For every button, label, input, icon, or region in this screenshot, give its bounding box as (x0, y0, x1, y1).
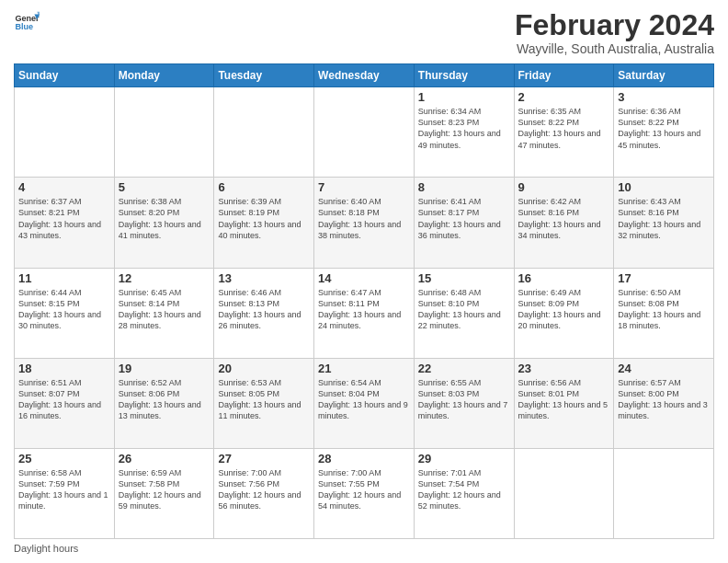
calendar-cell: 17Sunrise: 6:50 AM Sunset: 8:08 PM Dayli… (614, 268, 714, 358)
cell-info: Sunrise: 6:43 AM Sunset: 8:16 PM Dayligh… (618, 196, 710, 241)
cell-info: Sunrise: 6:40 AM Sunset: 8:18 PM Dayligh… (318, 196, 410, 241)
calendar-cell: 18Sunrise: 6:51 AM Sunset: 8:07 PM Dayli… (15, 358, 115, 448)
calendar-cell (314, 87, 415, 178)
cell-day-number: 3 (618, 90, 710, 104)
calendar-cell: 8Sunrise: 6:41 AM Sunset: 8:17 PM Daylig… (414, 178, 514, 268)
column-header-tuesday: Tuesday (214, 64, 314, 87)
calendar-cell (214, 87, 314, 178)
page-title: February 2024 (515, 9, 714, 41)
svg-text:Blue: Blue (15, 22, 33, 31)
calendar-cell: 23Sunrise: 6:56 AM Sunset: 8:01 PM Dayli… (514, 358, 614, 448)
cell-day-number: 27 (218, 452, 310, 465)
column-header-friday: Friday (514, 64, 614, 87)
calendar-cell (614, 448, 714, 538)
cell-day-number: 18 (18, 362, 110, 375)
cell-info: Sunrise: 6:34 AM Sunset: 8:23 PM Dayligh… (418, 106, 510, 151)
cell-day-number: 9 (518, 180, 610, 194)
calendar-cell: 13Sunrise: 6:46 AM Sunset: 8:13 PM Dayli… (214, 268, 314, 358)
calendar-cell (514, 448, 614, 538)
week-row-3: 11Sunrise: 6:44 AM Sunset: 8:15 PM Dayli… (15, 268, 714, 358)
cell-info: Sunrise: 6:42 AM Sunset: 8:16 PM Dayligh… (518, 196, 610, 241)
header: General Blue February 2024 Wayville, Sou… (14, 9, 714, 56)
calendar-cell: 29Sunrise: 7:01 AM Sunset: 7:54 PM Dayli… (414, 448, 514, 538)
page-subtitle: Wayville, South Australia, Australia (515, 41, 714, 56)
cell-info: Sunrise: 6:39 AM Sunset: 8:19 PM Dayligh… (218, 196, 310, 241)
cell-info: Sunrise: 6:35 AM Sunset: 8:22 PM Dayligh… (518, 106, 610, 151)
cell-info: Sunrise: 6:57 AM Sunset: 8:00 PM Dayligh… (618, 377, 710, 422)
cell-day-number: 28 (318, 452, 410, 465)
cell-info: Sunrise: 6:37 AM Sunset: 8:21 PM Dayligh… (18, 196, 110, 241)
cell-day-number: 7 (318, 180, 410, 194)
cell-day-number: 25 (18, 452, 110, 465)
calendar-cell: 16Sunrise: 6:49 AM Sunset: 8:09 PM Dayli… (514, 268, 614, 358)
calendar-cell: 2Sunrise: 6:35 AM Sunset: 8:22 PM Daylig… (514, 87, 614, 178)
cell-info: Sunrise: 6:38 AM Sunset: 8:20 PM Dayligh… (119, 196, 210, 241)
logo-icon: General Blue (14, 9, 40, 35)
cell-day-number: 5 (119, 180, 210, 194)
calendar-cell (15, 87, 115, 178)
calendar-cell: 22Sunrise: 6:55 AM Sunset: 8:03 PM Dayli… (414, 358, 514, 448)
cell-day-number: 14 (318, 271, 410, 285)
cell-day-number: 6 (218, 180, 310, 194)
cell-day-number: 1 (418, 90, 510, 104)
column-header-saturday: Saturday (614, 64, 714, 87)
calendar-cell (114, 87, 214, 178)
cell-info: Sunrise: 7:00 AM Sunset: 7:56 PM Dayligh… (218, 467, 310, 512)
calendar-cell: 28Sunrise: 7:00 AM Sunset: 7:55 PM Dayli… (314, 448, 415, 538)
cell-info: Sunrise: 6:36 AM Sunset: 8:22 PM Dayligh… (618, 106, 710, 151)
footer-note: Daylight hours (14, 543, 714, 554)
calendar-cell: 4Sunrise: 6:37 AM Sunset: 8:21 PM Daylig… (15, 178, 115, 268)
cell-day-number: 26 (119, 452, 210, 465)
calendar-cell: 11Sunrise: 6:44 AM Sunset: 8:15 PM Dayli… (15, 268, 115, 358)
cell-day-number: 22 (418, 362, 510, 375)
cell-day-number: 21 (318, 362, 410, 375)
cell-info: Sunrise: 7:01 AM Sunset: 7:54 PM Dayligh… (418, 467, 510, 512)
cell-day-number: 13 (218, 271, 310, 285)
calendar-cell: 24Sunrise: 6:57 AM Sunset: 8:00 PM Dayli… (614, 358, 714, 448)
column-header-thursday: Thursday (414, 64, 514, 87)
calendar-cell: 20Sunrise: 6:53 AM Sunset: 8:05 PM Dayli… (214, 358, 314, 448)
cell-info: Sunrise: 7:00 AM Sunset: 7:55 PM Dayligh… (318, 467, 410, 512)
cell-info: Sunrise: 6:55 AM Sunset: 8:03 PM Dayligh… (418, 377, 510, 422)
cell-day-number: 19 (119, 362, 210, 375)
calendar-cell: 27Sunrise: 7:00 AM Sunset: 7:56 PM Dayli… (214, 448, 314, 538)
calendar-cell: 6Sunrise: 6:39 AM Sunset: 8:19 PM Daylig… (214, 178, 314, 268)
calendar-cell: 7Sunrise: 6:40 AM Sunset: 8:18 PM Daylig… (314, 178, 415, 268)
logo: General Blue (14, 9, 40, 35)
calendar-cell: 21Sunrise: 6:54 AM Sunset: 8:04 PM Dayli… (314, 358, 415, 448)
cell-day-number: 24 (618, 362, 710, 375)
cell-info: Sunrise: 6:46 AM Sunset: 8:13 PM Dayligh… (218, 287, 310, 332)
calendar-cell: 12Sunrise: 6:45 AM Sunset: 8:14 PM Dayli… (114, 268, 214, 358)
cell-info: Sunrise: 6:59 AM Sunset: 7:58 PM Dayligh… (119, 467, 210, 512)
page: General Blue February 2024 Wayville, Sou… (0, 0, 728, 563)
cell-info: Sunrise: 6:52 AM Sunset: 8:06 PM Dayligh… (119, 377, 210, 422)
cell-info: Sunrise: 6:56 AM Sunset: 8:01 PM Dayligh… (518, 377, 610, 422)
calendar-cell: 3Sunrise: 6:36 AM Sunset: 8:22 PM Daylig… (614, 87, 714, 178)
cell-day-number: 10 (618, 180, 710, 194)
cell-day-number: 16 (518, 271, 610, 285)
calendar-table: SundayMondayTuesdayWednesdayThursdayFrid… (14, 63, 714, 539)
cell-day-number: 29 (418, 452, 510, 465)
cell-info: Sunrise: 6:49 AM Sunset: 8:09 PM Dayligh… (518, 287, 610, 332)
column-header-sunday: Sunday (15, 64, 115, 87)
calendar-cell: 1Sunrise: 6:34 AM Sunset: 8:23 PM Daylig… (414, 87, 514, 178)
calendar-cell: 25Sunrise: 6:58 AM Sunset: 7:59 PM Dayli… (15, 448, 115, 538)
cell-info: Sunrise: 6:58 AM Sunset: 7:59 PM Dayligh… (18, 467, 110, 512)
cell-info: Sunrise: 6:47 AM Sunset: 8:11 PM Dayligh… (318, 287, 410, 332)
calendar-cell: 26Sunrise: 6:59 AM Sunset: 7:58 PM Dayli… (114, 448, 214, 538)
cell-info: Sunrise: 6:54 AM Sunset: 8:04 PM Dayligh… (318, 377, 410, 422)
week-row-5: 25Sunrise: 6:58 AM Sunset: 7:59 PM Dayli… (15, 448, 714, 538)
cell-info: Sunrise: 6:50 AM Sunset: 8:08 PM Dayligh… (618, 287, 710, 332)
week-row-1: 1Sunrise: 6:34 AM Sunset: 8:23 PM Daylig… (15, 87, 714, 178)
column-header-monday: Monday (114, 64, 214, 87)
cell-day-number: 15 (418, 271, 510, 285)
cell-info: Sunrise: 6:45 AM Sunset: 8:14 PM Dayligh… (119, 287, 210, 332)
column-header-wednesday: Wednesday (314, 64, 415, 87)
title-block: February 2024 Wayville, South Australia,… (515, 9, 714, 56)
cell-day-number: 12 (119, 271, 210, 285)
cell-day-number: 23 (518, 362, 610, 375)
cell-day-number: 20 (218, 362, 310, 375)
cell-info: Sunrise: 6:53 AM Sunset: 8:05 PM Dayligh… (218, 377, 310, 422)
calendar-cell: 15Sunrise: 6:48 AM Sunset: 8:10 PM Dayli… (414, 268, 514, 358)
cell-day-number: 11 (18, 271, 110, 285)
